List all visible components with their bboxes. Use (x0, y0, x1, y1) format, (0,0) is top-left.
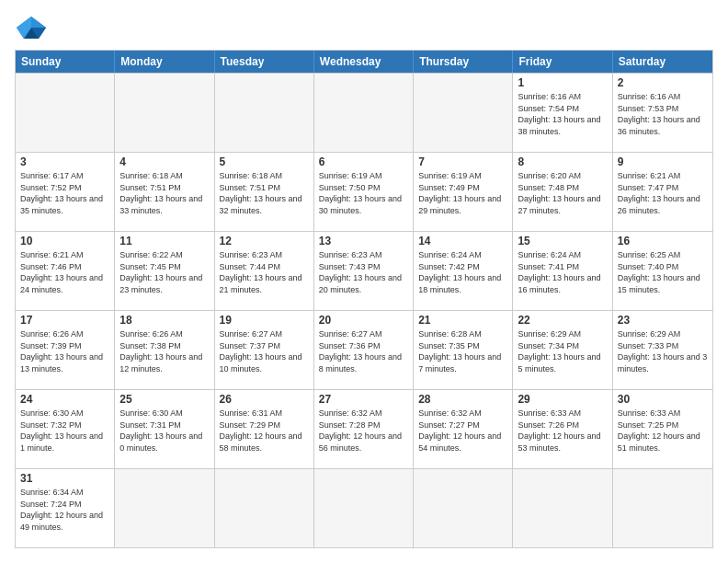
day-number: 11 (119, 235, 209, 247)
day-info: Sunrise: 6:27 AMSunset: 7:36 PMDaylight:… (319, 328, 408, 374)
day-info: Sunrise: 6:17 AMSunset: 7:52 PMDaylight:… (20, 170, 109, 216)
day-cell-23: 23Sunrise: 6:29 AMSunset: 7:33 PMDayligh… (613, 311, 712, 389)
day-number: 21 (418, 314, 507, 327)
day-info: Sunrise: 6:22 AMSunset: 7:45 PMDaylight:… (119, 249, 209, 295)
day-cell-28: 28Sunrise: 6:32 AMSunset: 7:27 PMDayligh… (414, 390, 513, 468)
day-info: Sunrise: 6:23 AMSunset: 7:43 PMDaylight:… (319, 249, 408, 295)
day-header-thursday: Thursday (414, 51, 513, 73)
day-cell-18: 18Sunrise: 6:26 AMSunset: 7:38 PMDayligh… (115, 311, 214, 389)
day-number: 19 (220, 314, 309, 327)
day-info: Sunrise: 6:24 AMSunset: 7:42 PMDaylight:… (418, 249, 507, 295)
calendar: SundayMondayTuesdayWednesdayThursdayFrid… (15, 50, 713, 548)
day-header-saturday: Saturday (613, 51, 712, 73)
day-cell-17: 17Sunrise: 6:26 AMSunset: 7:39 PMDayligh… (16, 311, 115, 389)
day-cell-4: 4Sunrise: 6:18 AMSunset: 7:51 PMDaylight… (115, 153, 214, 231)
day-info: Sunrise: 6:24 AMSunset: 7:41 PMDaylight:… (518, 249, 607, 295)
calendar-week-2: 3Sunrise: 6:17 AMSunset: 7:52 PMDaylight… (16, 152, 712, 231)
day-info: Sunrise: 6:16 AMSunset: 7:54 PMDaylight:… (518, 91, 607, 137)
day-info: Sunrise: 6:32 AMSunset: 7:27 PMDaylight:… (418, 408, 507, 454)
calendar-body: 1Sunrise: 6:16 AMSunset: 7:54 PMDaylight… (16, 73, 712, 547)
day-number: 28 (418, 393, 507, 406)
calendar-header-row: SundayMondayTuesdayWednesdayThursdayFrid… (16, 51, 712, 73)
day-cell-6: 6Sunrise: 6:19 AMSunset: 7:50 PMDaylight… (314, 153, 414, 231)
day-header-tuesday: Tuesday (215, 51, 314, 73)
day-number: 15 (518, 235, 607, 247)
day-number: 29 (518, 393, 607, 406)
day-header-friday: Friday (513, 51, 612, 73)
day-cell-7: 7Sunrise: 6:19 AMSunset: 7:49 PMDaylight… (414, 153, 513, 231)
day-header-wednesday: Wednesday (314, 51, 414, 73)
day-number: 6 (319, 155, 408, 168)
day-cell-25: 25Sunrise: 6:30 AMSunset: 7:31 PMDayligh… (115, 390, 214, 468)
day-info: Sunrise: 6:34 AMSunset: 7:24 PMDaylight:… (20, 487, 109, 533)
day-info: Sunrise: 6:18 AMSunset: 7:51 PMDaylight:… (220, 170, 309, 216)
logo-icon (15, 15, 48, 40)
empty-cell (215, 469, 314, 547)
day-number: 27 (319, 393, 408, 406)
day-cell-31: 31Sunrise: 6:34 AMSunset: 7:24 PMDayligh… (16, 469, 115, 547)
day-number: 24 (20, 393, 109, 406)
day-number: 30 (618, 393, 708, 406)
day-cell-14: 14Sunrise: 6:24 AMSunset: 7:42 PMDayligh… (414, 232, 513, 310)
empty-cell (16, 74, 115, 152)
empty-cell (115, 469, 214, 547)
day-info: Sunrise: 6:16 AMSunset: 7:53 PMDaylight:… (618, 91, 708, 137)
day-info: Sunrise: 6:21 AMSunset: 7:46 PMDaylight:… (20, 249, 109, 295)
calendar-week-5: 24Sunrise: 6:30 AMSunset: 7:32 PMDayligh… (16, 389, 712, 468)
day-cell-1: 1Sunrise: 6:16 AMSunset: 7:54 PMDaylight… (513, 74, 612, 152)
day-cell-30: 30Sunrise: 6:33 AMSunset: 7:25 PMDayligh… (613, 390, 712, 468)
day-info: Sunrise: 6:26 AMSunset: 7:38 PMDaylight:… (119, 328, 209, 374)
day-cell-2: 2Sunrise: 6:16 AMSunset: 7:53 PMDaylight… (613, 74, 712, 152)
day-cell-24: 24Sunrise: 6:30 AMSunset: 7:32 PMDayligh… (16, 390, 115, 468)
day-info: Sunrise: 6:29 AMSunset: 7:34 PMDaylight:… (518, 328, 607, 374)
day-info: Sunrise: 6:20 AMSunset: 7:48 PMDaylight:… (518, 170, 607, 216)
day-cell-9: 9Sunrise: 6:21 AMSunset: 7:47 PMDaylight… (613, 153, 712, 231)
day-cell-8: 8Sunrise: 6:20 AMSunset: 7:48 PMDaylight… (513, 153, 612, 231)
empty-cell (115, 74, 214, 152)
day-info: Sunrise: 6:30 AMSunset: 7:32 PMDaylight:… (20, 408, 109, 454)
day-info: Sunrise: 6:33 AMSunset: 7:26 PMDaylight:… (518, 408, 607, 454)
calendar-week-1: 1Sunrise: 6:16 AMSunset: 7:54 PMDaylight… (16, 73, 712, 152)
day-cell-22: 22Sunrise: 6:29 AMSunset: 7:34 PMDayligh… (513, 311, 612, 389)
day-info: Sunrise: 6:26 AMSunset: 7:39 PMDaylight:… (20, 328, 109, 374)
svg-marker-1 (31, 17, 46, 28)
day-info: Sunrise: 6:19 AMSunset: 7:50 PMDaylight:… (319, 170, 408, 216)
day-number: 7 (418, 155, 507, 168)
day-cell-12: 12Sunrise: 6:23 AMSunset: 7:44 PMDayligh… (215, 232, 314, 310)
day-cell-13: 13Sunrise: 6:23 AMSunset: 7:43 PMDayligh… (314, 232, 414, 310)
day-cell-27: 27Sunrise: 6:32 AMSunset: 7:28 PMDayligh… (314, 390, 414, 468)
day-cell-15: 15Sunrise: 6:24 AMSunset: 7:41 PMDayligh… (513, 232, 612, 310)
calendar-week-6: 31Sunrise: 6:34 AMSunset: 7:24 PMDayligh… (16, 468, 712, 547)
day-number: 25 (119, 393, 209, 406)
day-info: Sunrise: 6:29 AMSunset: 7:33 PMDaylight:… (618, 328, 708, 374)
empty-cell (314, 74, 414, 152)
empty-cell (314, 469, 414, 547)
empty-cell (215, 74, 314, 152)
day-cell-26: 26Sunrise: 6:31 AMSunset: 7:29 PMDayligh… (215, 390, 314, 468)
day-number: 31 (20, 472, 109, 485)
day-header-monday: Monday (115, 51, 214, 73)
day-number: 14 (418, 235, 507, 247)
day-info: Sunrise: 6:32 AMSunset: 7:28 PMDaylight:… (319, 408, 408, 454)
day-cell-19: 19Sunrise: 6:27 AMSunset: 7:37 PMDayligh… (215, 311, 314, 389)
calendar-week-3: 10Sunrise: 6:21 AMSunset: 7:46 PMDayligh… (16, 231, 712, 310)
day-cell-11: 11Sunrise: 6:22 AMSunset: 7:45 PMDayligh… (115, 232, 214, 310)
day-cell-3: 3Sunrise: 6:17 AMSunset: 7:52 PMDaylight… (16, 153, 115, 231)
day-cell-5: 5Sunrise: 6:18 AMSunset: 7:51 PMDaylight… (215, 153, 314, 231)
day-cell-10: 10Sunrise: 6:21 AMSunset: 7:46 PMDayligh… (16, 232, 115, 310)
day-info: Sunrise: 6:19 AMSunset: 7:49 PMDaylight:… (418, 170, 507, 216)
day-number: 16 (618, 235, 708, 247)
calendar-page: SundayMondayTuesdayWednesdayThursdayFrid… (0, 0, 728, 563)
empty-cell (414, 74, 513, 152)
empty-cell (513, 469, 612, 547)
day-info: Sunrise: 6:23 AMSunset: 7:44 PMDaylight:… (220, 249, 309, 295)
logo (15, 15, 53, 40)
day-info: Sunrise: 6:30 AMSunset: 7:31 PMDaylight:… (119, 408, 209, 454)
day-cell-16: 16Sunrise: 6:25 AMSunset: 7:40 PMDayligh… (613, 232, 712, 310)
day-info: Sunrise: 6:27 AMSunset: 7:37 PMDaylight:… (220, 328, 309, 374)
day-info: Sunrise: 6:18 AMSunset: 7:51 PMDaylight:… (119, 170, 209, 216)
day-number: 22 (518, 314, 607, 327)
day-number: 17 (20, 314, 109, 327)
empty-cell (414, 469, 513, 547)
day-info: Sunrise: 6:28 AMSunset: 7:35 PMDaylight:… (418, 328, 507, 374)
